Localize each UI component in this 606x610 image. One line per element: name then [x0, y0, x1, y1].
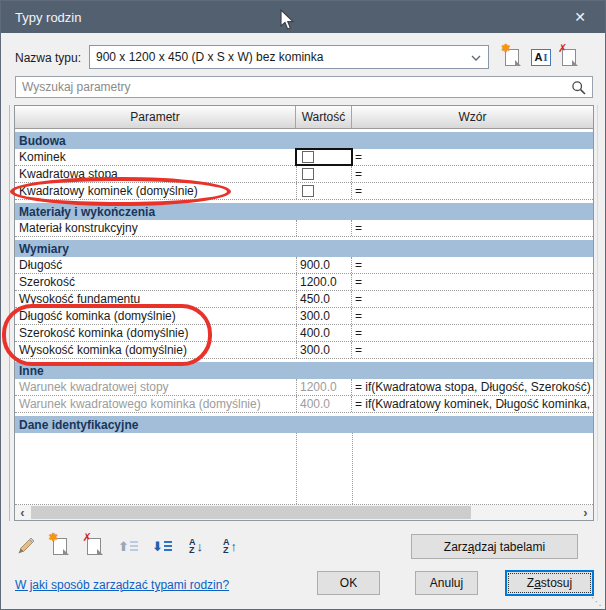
table-row: Długość kominka (domyślnie)300.0= — [15, 308, 593, 325]
value-cell: 1200.0 — [296, 379, 352, 395]
parameter-name: Warunek kwadratowego kominka (domyślnie) — [15, 396, 296, 412]
section-header-materiały-i-wykończenia: Materiały i wykończenia — [15, 203, 593, 220]
value-cell[interactable]: 450.0 — [296, 291, 352, 307]
value-cell[interactable]: 900.0 — [296, 257, 352, 273]
table-row: Szerokość1200.0= — [15, 274, 593, 291]
move-up-icon: ⬆ — [117, 535, 139, 557]
formula-cell[interactable]: = — [352, 308, 593, 324]
new-type-icon[interactable]: ✱ — [504, 47, 521, 67]
formula-cell[interactable]: = — [352, 257, 593, 273]
chevron-down-icon — [471, 55, 481, 61]
column-header-wartosc: Wartość — [296, 106, 352, 128]
parameter-name: Wysokość kominka (domyślnie) — [15, 342, 296, 358]
table-row: Materiał konstrukcyjny= — [15, 220, 593, 237]
column-header-parametr: Parametr — [15, 106, 296, 128]
sort-descending-icon[interactable]: AZ↑ — [219, 535, 241, 557]
scrollbar-thumb[interactable] — [31, 506, 471, 519]
search-parameters-input[interactable]: Wyszukaj parametry — [15, 76, 593, 98]
value-cell[interactable]: 300.0 — [296, 308, 352, 324]
table-empty-area — [15, 433, 593, 505]
scroll-left-icon[interactable]: ‹ — [15, 505, 30, 520]
help-link[interactable]: W jaki sposób zarządzać typami rodzin? — [15, 578, 229, 592]
delete-parameter-icon[interactable]: ✗ — [83, 535, 105, 557]
table-row: Długość900.0= — [15, 257, 593, 274]
type-name-combobox[interactable]: 900 x 1200 x 450 (D x S x W) bez kominka — [89, 45, 489, 69]
search-placeholder: Wyszukaj parametry — [22, 80, 131, 94]
value-cell[interactable]: 1200.0 — [296, 274, 352, 290]
parameter-name: Szerokość kominka (domyślnie) — [15, 325, 296, 341]
formula-cell[interactable]: = — [352, 166, 593, 182]
rename-type-icon[interactable]: AI — [531, 49, 551, 66]
formula-cell[interactable]: = — [352, 291, 593, 307]
manage-tables-button[interactable]: Zarządzaj tabelami — [411, 534, 578, 559]
value-checkbox[interactable] — [302, 185, 314, 197]
value-checkbox[interactable] — [302, 151, 314, 163]
value-cell[interactable]: 400.0 — [296, 325, 352, 341]
parameter-name: Wysokość fundamentu — [15, 291, 296, 307]
ok-button[interactable]: OK — [317, 571, 380, 595]
table-row: Wysokość fundamentu450.0= — [15, 291, 593, 308]
move-down-icon[interactable]: ⬇ — [151, 535, 173, 557]
delete-type-icon[interactable]: ✗ — [561, 47, 578, 67]
parameter-name: Długość — [15, 257, 296, 273]
formula-cell: = if(Kwadratowy kominek, Długość kominka… — [352, 396, 593, 412]
table-body: BudowaKominek=Kwadratowa stopa=Kwadratow… — [15, 129, 593, 433]
parameter-name: Materiał konstrukcyjny — [15, 220, 296, 236]
dialog-title: Typy rodzin — [15, 10, 81, 25]
parameter-name: Szerokość — [15, 274, 296, 290]
scroll-right-icon[interactable]: › — [578, 505, 593, 520]
section-header-wymiary: Wymiary — [15, 240, 593, 257]
resize-grip-icon: ⋱ — [591, 595, 602, 608]
formula-cell: = if(Kwadratowa stopa, Długość, Szerokoś… — [352, 379, 593, 395]
table-row: Wysokość kominka (domyślnie)300.0= — [15, 342, 593, 359]
sort-ascending-icon[interactable]: AZ↓ — [185, 535, 207, 557]
family-types-dialog: Typy rodzin ✕ Nazwa typu: 900 x 1200 x 4… — [0, 0, 606, 610]
table-row: Kwadratowa stopa= — [15, 166, 593, 183]
table-row: Kwadratowy kominek (domyślnie)= — [15, 183, 593, 200]
search-icon — [571, 80, 587, 96]
title-bar: Typy rodzin — [1, 1, 605, 33]
table-row: Kominek= — [15, 149, 593, 166]
parameter-toolbar: ✱✗⬆⬇AZ↓AZ↑ — [15, 533, 241, 559]
column-header-wzor: Wzór — [352, 106, 593, 128]
formula-cell[interactable]: = — [352, 149, 593, 165]
type-name-value: 900 x 1200 x 450 (D x S x W) bez kominka — [96, 50, 323, 64]
formula-cell[interactable]: = — [352, 183, 593, 199]
parameter-name: Długość kominka (domyślnie) — [15, 308, 296, 324]
close-icon[interactable]: ✕ — [565, 1, 595, 33]
type-name-label: Nazwa typu: — [15, 51, 81, 65]
parameter-name: Kwadratowa stopa — [15, 166, 296, 182]
section-header-budowa: Budowa — [15, 132, 593, 149]
parameter-name: Kominek — [15, 149, 296, 165]
value-cell[interactable] — [296, 183, 352, 199]
formula-cell[interactable]: = — [352, 220, 593, 236]
mouse-cursor-icon — [280, 9, 295, 31]
new-parameter-icon[interactable]: ✱ — [49, 535, 71, 557]
value-cell[interactable] — [296, 166, 352, 182]
formula-cell[interactable]: = — [352, 274, 593, 290]
parameter-name: Kwadratowy kominek (domyślnie) — [15, 183, 296, 199]
table-row: Szerokość kominka (domyślnie)400.0= — [15, 325, 593, 342]
type-actions: ✱ AI ✗ — [504, 45, 596, 69]
value-cell: 400.0 — [296, 396, 352, 412]
table-row: Warunek kwadratowej stopy1200.0= if(Kwad… — [15, 379, 593, 396]
value-cell[interactable] — [296, 220, 352, 236]
value-cell[interactable] — [296, 149, 352, 165]
value-cell[interactable]: 300.0 — [296, 342, 352, 358]
table-header: Parametr Wartość Wzór — [15, 106, 593, 129]
parameters-table: Parametr Wartość Wzór BudowaKominek=Kwad… — [14, 105, 594, 521]
horizontal-scrollbar[interactable]: ‹ › — [15, 505, 593, 520]
table-row: Warunek kwadratowego kominka (domyślnie)… — [15, 396, 593, 413]
parameter-name: Warunek kwadratowej stopy — [15, 379, 296, 395]
cancel-button[interactable]: Anuluj — [415, 571, 478, 595]
section-header-dane-identyfikacyjne: Dane identyfikacyjne — [15, 416, 593, 433]
section-header-inne: Inne — [15, 362, 593, 379]
apply-button[interactable]: Zastosuj — [505, 570, 594, 596]
formula-cell[interactable]: = — [352, 325, 593, 341]
value-checkbox[interactable] — [302, 168, 314, 180]
formula-cell[interactable]: = — [352, 342, 593, 358]
edit-parameter-icon[interactable] — [15, 535, 37, 557]
